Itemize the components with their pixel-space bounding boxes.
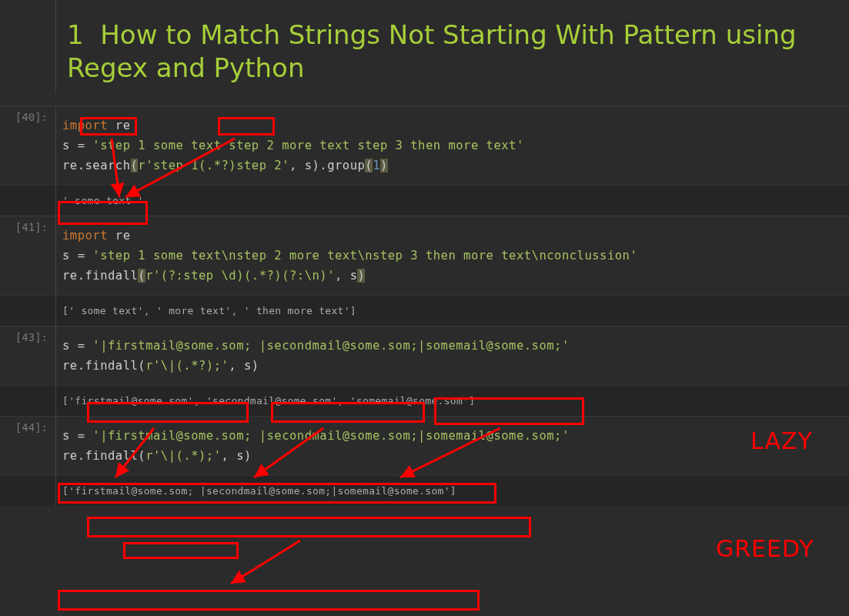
cell-40-output-row: ' some text ' (0, 185, 849, 216)
mod-re: re (108, 119, 131, 132)
code-line: s = 'step 1 some text step 2 more text s… (62, 136, 849, 156)
regex-literal: r'\|(.*?);' (145, 359, 229, 373)
call-findall: re.findall (62, 359, 138, 373)
out-gutter (0, 186, 56, 216)
cell-44-output: ['firstmail@some.som; |secondmail@some.s… (56, 476, 849, 506)
heading-number: 1 (67, 19, 84, 50)
paren: ) (244, 449, 252, 463)
cell-41-output: [' some text', ' more text', ' then more… (56, 296, 849, 326)
paren: ) (252, 359, 259, 373)
arg-s: , s (229, 359, 252, 373)
code-line: re.findall(r'(?:step \d)(.*?)(?:\n)', s) (62, 266, 849, 286)
annotation-box (87, 517, 531, 537)
annotation-box (123, 542, 239, 559)
eq: = (70, 249, 93, 263)
cell-44-output-row: ['firstmail@some.som; |secondmail@some.s… (0, 475, 849, 506)
cell-43: [43]: s = '|firstmail@some.som; |secondm… (0, 326, 849, 385)
cell-43-output: ['firstmail@some.som', 'secondmail@some.… (56, 386, 849, 416)
code-line: re.findall(r'\|(.*);', s) (62, 446, 849, 466)
var-s: s (62, 249, 70, 263)
arg-s: , s (335, 269, 358, 283)
cell-43-output-row: ['firstmail@some.som', 'secondmail@some.… (0, 385, 849, 416)
heading-text: How to Match Strings Not Starting With P… (67, 19, 797, 83)
label-lazy: LAZY (750, 427, 813, 454)
mod-re: re (108, 229, 131, 243)
string-literal: 'step 1 some text step 2 more text step … (92, 139, 523, 152)
paren: ( (131, 159, 139, 172)
heading-row: 1 How to Match Strings Not Starting With… (0, 0, 849, 105)
kw-import: import (62, 229, 108, 243)
paren: ) (312, 159, 319, 172)
paren: ) (380, 159, 388, 172)
paren: ) (357, 269, 365, 283)
cell-40: [40]: import re s = 'step 1 some text st… (0, 105, 849, 185)
string-literal: 'step 1 some text\nstep 2 more text\nste… (92, 249, 637, 263)
cell-41-prompt: [41]: (0, 216, 56, 295)
annotation-arrow (223, 541, 316, 590)
code-line: re.search(r'step 1(.*?)step 2', s).group… (62, 156, 849, 176)
arg-s: , s (222, 449, 245, 463)
arg-s: , s (289, 159, 313, 172)
paren: ( (138, 449, 145, 463)
paren: ( (365, 159, 373, 172)
cell-43-prompt: [43]: (0, 326, 56, 385)
code-line: s = 'step 1 some text\nstep 2 more text\… (62, 246, 849, 266)
string-literal: '|firstmail@some.som; |secondmail@some.s… (92, 339, 569, 353)
var-s: s (62, 339, 70, 353)
cell-40-prompt: [40]: (0, 106, 56, 185)
cell-41: [41]: import re s = 'step 1 some text\ns… (0, 216, 849, 295)
cell-40-output: ' some text ' (56, 186, 849, 216)
out-gutter (0, 476, 56, 506)
cell-44-body[interactable]: s = '|firstmail@some.som; |secondmail@so… (56, 417, 849, 475)
page-title: 1 How to Match Strings Not Starting With… (56, 0, 849, 105)
cell-40-body[interactable]: import re s = 'step 1 some text step 2 m… (56, 106, 849, 185)
call-findall: re.findall (62, 269, 138, 283)
label-greedy: GREEDY (716, 535, 814, 562)
regex-literal: r'(?:step \d)(.*?)(?:\n)' (145, 269, 335, 283)
paren: ( (138, 269, 145, 283)
svg-line-5 (231, 541, 300, 584)
cell-44-prompt: [44]: (0, 417, 56, 475)
cell-43-body[interactable]: s = '|firstmail@some.som; |secondmail@so… (56, 326, 849, 385)
out-gutter (0, 386, 56, 416)
code-line: s = '|firstmail@some.som; |secondmail@so… (62, 426, 849, 446)
call-findall: re.findall (62, 449, 138, 463)
eq: = (70, 429, 93, 443)
call-group: .group (319, 159, 365, 172)
cell-44: [44]: s = '|firstmail@some.som; |secondm… (0, 416, 849, 475)
eq: = (70, 139, 93, 152)
num-1: 1 (373, 159, 380, 172)
code-line: import re (62, 116, 849, 136)
code-line: re.findall(r'\|(.*?);', s) (62, 356, 849, 376)
var-s: s (62, 139, 70, 152)
regex-literal: r'\|(.*);' (145, 449, 221, 463)
paren: ( (138, 359, 145, 373)
code-line: s = '|firstmail@some.som; |secondmail@so… (62, 336, 849, 356)
cell-41-output-row: [' some text', ' more text', ' then more… (0, 295, 849, 326)
annotation-box (58, 590, 480, 611)
string-literal: '|firstmail@some.som; |secondmail@some.s… (92, 429, 569, 443)
var-s: s (62, 429, 70, 443)
code-line: import re (62, 226, 849, 246)
heading-gutter (0, 0, 56, 94)
kw-import: import (62, 119, 108, 132)
eq: = (70, 339, 93, 353)
cell-41-body[interactable]: import re s = 'step 1 some text\nstep 2 … (56, 216, 849, 295)
out-gutter (0, 296, 56, 326)
regex-literal: r'step 1(.*?)step 2' (138, 159, 289, 172)
call-search: re.search (62, 159, 131, 172)
